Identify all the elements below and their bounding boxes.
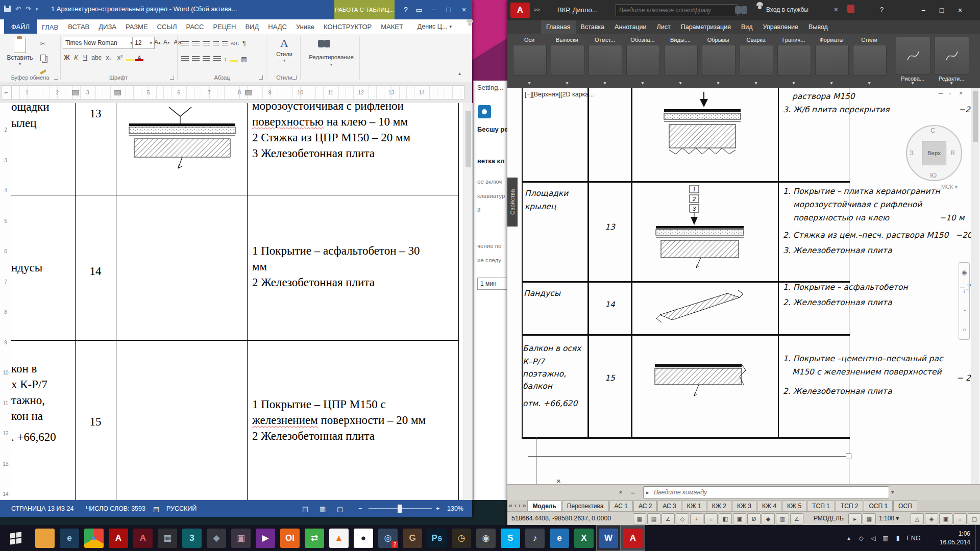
taskbar-icon-app-dark-1[interactable]: ▦ xyxy=(155,525,180,551)
italic-button[interactable]: К xyxy=(72,52,80,63)
restore-button[interactable]: □ xyxy=(934,0,949,20)
taskbar-icon-downloader[interactable]: ◎ 2 xyxy=(376,525,400,551)
tab-selector[interactable]: ⌐ xyxy=(1,85,11,99)
cad-panel-stili[interactable]: Стили ▾ xyxy=(851,36,887,86)
last-sheet-icon[interactable]: » xyxy=(523,502,526,509)
nav-icon-pan-icon[interactable]: + xyxy=(962,288,966,295)
word-tab-konstruktor[interactable]: КОНСТРУКТОР xyxy=(319,19,376,34)
taskbar-icon-chrome[interactable]: ● xyxy=(82,525,106,551)
vertical-ruler[interactable]: 234567891011121314 xyxy=(0,103,12,500)
cad-panel-granichnye[interactable]: Гранич... ▾ xyxy=(776,36,812,86)
qat-customize-icon[interactable]: ▾ xyxy=(36,7,38,12)
word-tab-recenzirovanie[interactable]: РЕЦЕН xyxy=(208,19,240,34)
read-mode-icon[interactable]: ▤ xyxy=(302,500,308,517)
annotation-scale[interactable]: 1:100 ▾ xyxy=(879,515,899,522)
dialog-launcher-icon[interactable] xyxy=(170,76,174,80)
clock[interactable]: 1:06 16.05.2014 xyxy=(923,530,975,546)
account-menu[interactable]: Денис Ц...▾ xyxy=(418,19,452,34)
dialog-launcher-icon[interactable] xyxy=(54,76,58,80)
shield-icon[interactable] xyxy=(847,5,854,13)
multilevel-list-icon[interactable] xyxy=(203,41,210,46)
collapse-ribbon-icon[interactable]: ▴ xyxy=(458,70,461,76)
status-toggle-otrack-toggle[interactable]: ≡ xyxy=(704,513,718,524)
minimize-button[interactable]: − xyxy=(426,0,441,19)
editing-button[interactable]: Редактирование xyxy=(304,54,358,60)
app-logo-icon[interactable]: A xyxy=(510,3,530,18)
chevron-down-icon[interactable]: ▾ xyxy=(894,80,931,86)
status-toggle-lineweight-toggle[interactable]: Ø xyxy=(747,513,761,524)
viewport-close-icon[interactable]: × xyxy=(959,90,963,97)
chevron-down-icon[interactable]: ▾ xyxy=(851,80,887,86)
sheet-tab-kzh2[interactable]: КЖ 2 xyxy=(707,500,731,511)
status-toggle-snap-toggle[interactable]: ▦ xyxy=(633,513,646,524)
taskbar-icon-game-app[interactable]: G xyxy=(400,525,425,551)
chevron-down-icon[interactable]: ▾ xyxy=(663,80,698,86)
command-input[interactable] xyxy=(643,486,889,498)
word-tab-dizayn[interactable]: ДИЗА xyxy=(94,19,121,34)
taskbar-icon-sync-app[interactable]: ⇄ xyxy=(302,525,327,551)
cad-panel-formaty[interactable]: Форматы ▾ xyxy=(814,36,849,86)
taskbar-icon-oi-app[interactable]: OI xyxy=(278,525,302,551)
decrease-indent-icon[interactable] xyxy=(213,41,219,46)
cad-panel-obryvy[interactable]: Обрывы ▾ xyxy=(700,36,736,86)
font-color-button[interactable]: А xyxy=(135,54,143,61)
chevron-down-icon[interactable]: ▾ xyxy=(625,80,660,86)
help-button[interactable]: ? xyxy=(880,6,884,13)
first-sheet-icon[interactable]: « xyxy=(509,502,512,509)
compass-east[interactable]: В xyxy=(950,149,955,157)
close-command-icon[interactable]: × xyxy=(619,488,623,496)
sheet-tab-model[interactable]: Модель xyxy=(527,500,561,511)
word-document[interactable]: ощадки ылец 13 морозоустойчивая с рифлен… xyxy=(11,103,463,500)
borders-icon[interactable]: ▦ xyxy=(241,53,247,64)
cad-panel-osi[interactable]: Оси ▾ xyxy=(511,36,547,86)
justify-icon[interactable] xyxy=(213,56,221,62)
subscript-button[interactable]: х₂ xyxy=(104,52,114,63)
sheet-tab-as1[interactable]: АС 1 xyxy=(609,500,633,511)
cad-tab-glavnaya[interactable]: Главная xyxy=(541,20,576,34)
status-toggle-annotation-scale-toggle[interactable]: ◈ xyxy=(925,513,938,524)
properties-panel-tab[interactable]: Свойства xyxy=(507,178,518,227)
chevron-down-icon[interactable]: ▾ xyxy=(738,80,774,86)
zoom-slider-handle[interactable] xyxy=(398,505,402,513)
bold-button[interactable]: Ж xyxy=(63,52,71,63)
sheet-tab-as3[interactable]: АС 3 xyxy=(657,500,681,511)
redo-icon[interactable]: ↷ xyxy=(26,5,31,13)
paste-button[interactable]: Вставить ▾ xyxy=(5,37,35,66)
word-tab-glavnaya[interactable]: ГЛАВ xyxy=(37,19,63,34)
font-size-select[interactable]: 12▾ xyxy=(132,37,155,49)
viewport-restore-icon[interactable]: ▫ xyxy=(949,90,951,97)
taskbar-icon-skype[interactable]: S xyxy=(498,525,523,551)
status-toggle-grid-toggle[interactable]: ▤ xyxy=(647,513,660,524)
taskbar-icon-3ds-max[interactable]: 3 xyxy=(180,525,204,551)
status-toggle-isolate-icon[interactable]: ≡ xyxy=(953,513,967,524)
scrollbar-thumb[interactable] xyxy=(465,111,471,167)
table-column-marker[interactable] xyxy=(245,90,252,95)
cad-tool-redaktirovanie[interactable]: Редакти... ▾ xyxy=(933,36,970,86)
panel-gallery[interactable] xyxy=(664,45,698,76)
word-tab-vid[interactable]: ВИД xyxy=(240,19,263,34)
table-column-marker[interactable] xyxy=(72,90,79,95)
chevron-down-icon[interactable]: ▾ xyxy=(587,80,623,86)
wcs-menu[interactable]: МСК ▾ xyxy=(941,184,958,190)
taskbar-icon-app-dark-2[interactable]: ◆ xyxy=(204,525,229,551)
dialog-launcher-icon[interactable] xyxy=(292,76,297,80)
undo-icon[interactable]: ↶ xyxy=(15,5,21,13)
tray-icon-volume-icon[interactable]: ◁ xyxy=(867,535,879,542)
sheet-tab-perspektiva[interactable]: Перспектива xyxy=(562,500,609,511)
word-tab-universal[interactable]: Униве xyxy=(291,19,319,34)
word-tab-ssylki[interactable]: ССЫЛ xyxy=(153,19,182,34)
status-toggle-annomonitor-toggle[interactable]: ∠ xyxy=(790,513,803,524)
shrink-font-button[interactable]: А▾ xyxy=(162,37,171,48)
word-tab-rassylki[interactable]: РАСС xyxy=(181,19,208,34)
sheet-tab-osp2[interactable]: ОСП xyxy=(893,500,917,511)
cad-tab-parametrizaciya[interactable]: Параметризация xyxy=(676,20,736,34)
prev-sheet-icon[interactable]: ‹ xyxy=(514,502,517,509)
shading-icon[interactable] xyxy=(230,55,238,62)
taskbar-icon-excel[interactable]: X xyxy=(572,525,596,551)
panel-gallery[interactable] xyxy=(626,45,660,76)
zoom-level[interactable]: 130% xyxy=(447,500,463,517)
cad-panel-vidy[interactable]: Виды,... ▾ xyxy=(663,36,698,86)
taskbar-icon-panda-app[interactable]: ● xyxy=(351,525,376,551)
cad-tab-vid[interactable]: Вид xyxy=(736,20,758,34)
panel-gallery[interactable] xyxy=(513,45,547,76)
